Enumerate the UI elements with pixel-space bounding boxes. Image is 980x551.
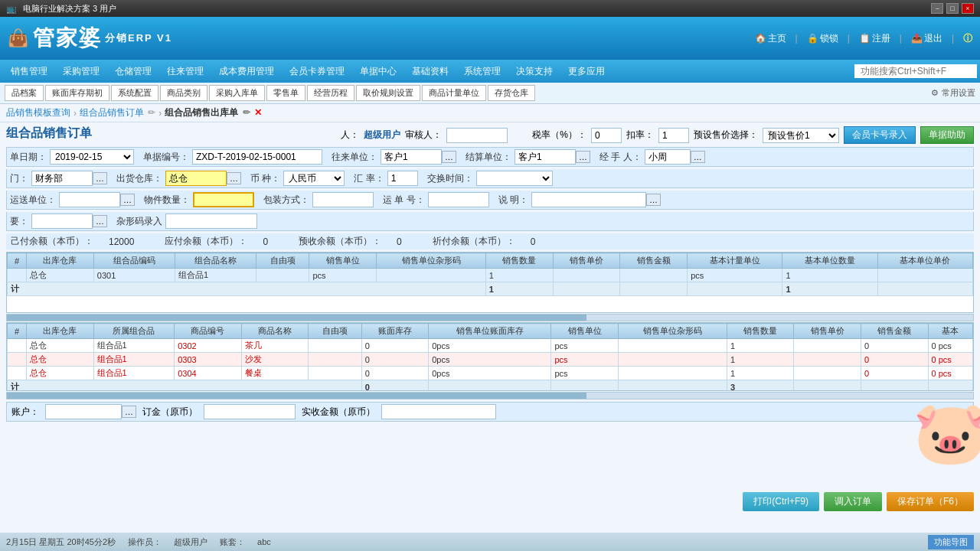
app-icon: 📺 [6,4,17,14]
to-unit-button[interactable]: … [442,151,456,163]
logout-button[interactable]: 📤 退出 [911,32,942,45]
nav-purchase[interactable]: 采购管理 [55,60,107,83]
tax-label: 税率（%）： [532,129,586,142]
home-icon: 🏠 [755,33,766,44]
help-button[interactable]: 单据助助 [920,126,974,144]
breadcrumb-item-1[interactable]: 组合品销售订单 ✏ [80,106,155,119]
nav-warehouse[interactable]: 仓储管理 [107,60,159,83]
td-total-price [553,282,620,296]
table1-scrollbar[interactable] [6,314,974,321]
lock-button[interactable]: 🔒 锁锁 [807,32,838,45]
nav-voucher[interactable]: 单据中心 [352,60,404,83]
to-unit-label: 往来单位： [332,151,377,164]
remark-button[interactable]: … [646,194,661,206]
table-row[interactable]: 总仓 组合品1 0302 茶几 0 0pcs pcs 1 0 0 pcs [8,339,973,353]
nav-cost[interactable]: 成本费用管理 [211,60,282,83]
maximize-button[interactable]: □ [946,3,959,14]
toolbar-product-archive[interactable]: 品档案 [5,85,44,101]
barcode-input[interactable] [165,214,257,229]
warehouse-button[interactable]: … [227,172,241,184]
handler-button[interactable]: … [691,151,705,163]
preset-price-select[interactable]: 预设售价1 [763,128,839,143]
toolbar-config[interactable]: 系统配置 [111,85,158,101]
warehouse-input[interactable] [165,171,227,186]
toolbar-settings[interactable]: ⚙ 常用设置 [931,87,975,99]
page-title: 组合品销售订单 [6,126,92,142]
table-row[interactable]: 总仓 0301 组合品1 pcs 1 pcs 1 [8,269,973,282]
account-input[interactable] [45,404,122,419]
to-unit-group: … [381,149,456,165]
nav-decision[interactable]: 决策支持 [508,60,560,83]
date-select[interactable]: 2019-02-15 [50,149,134,165]
nav-member[interactable]: 会员卡券管理 [282,60,352,83]
order-no-input[interactable] [192,149,322,165]
nav-sales[interactable]: 销售管理 [3,60,55,83]
package-input[interactable] [312,192,374,207]
shipping-input[interactable] [59,192,120,207]
auditor-input[interactable] [446,128,508,143]
settle-group: … [514,149,590,165]
table-row[interactable]: 总仓 组合品1 0303 沙发 0 0pcs pcs 1 0 0 pcs [8,353,973,367]
logo-icon: 👜 [8,28,30,48]
order-input[interactable] [204,404,296,419]
settle-button[interactable]: … [576,151,590,163]
toolbar-retail[interactable]: 零售单 [266,85,305,101]
handler-input[interactable] [645,149,691,165]
th2-combo: 所属组合品 [93,324,175,339]
save-order-button[interactable]: 保存订单（F6） [887,492,974,511]
tax-input[interactable] [591,128,622,143]
breadcrumb-item-0[interactable]: 品销售模板查询 [6,106,70,119]
th2-unit-stock: 销售单位账面库存 [429,324,551,339]
td-total-base-price [877,282,972,296]
discount-input[interactable] [658,128,689,143]
toolbar-unit[interactable]: 商品计量单位 [422,85,486,101]
toolbar-pricing[interactable]: 取价规则设置 [356,85,420,101]
import-order-button[interactable]: 调入订单 [824,492,882,511]
received-input[interactable] [381,404,496,419]
nav-basic[interactable]: 基础资料 [404,60,456,83]
td-base-qty: 1 [782,269,877,282]
th-combo-name: 组合品名称 [175,253,256,269]
toolbar-stock-init[interactable]: 账面库存期初 [45,85,109,101]
nav-search-input[interactable] [854,64,977,78]
settle-input[interactable] [514,149,576,165]
register-button[interactable]: 📋 注册 [859,32,890,45]
print-button[interactable]: 打印(Ctrl+F9) [743,492,819,511]
payable-label: 应付余额（本币）： [165,235,247,248]
to-unit-input[interactable] [381,149,442,165]
info-button[interactable]: ⓘ [963,32,972,45]
function-map-button[interactable]: 功能导图 [928,535,974,549]
toolbar-warehouse[interactable]: 存货仓库 [488,85,535,101]
nav-dealings[interactable]: 往来管理 [159,60,211,83]
gear-icon: ⚙ [931,88,939,98]
shipping-button[interactable]: … [120,194,135,206]
breadcrumb-close-button[interactable]: ✕ [254,107,262,118]
table-row[interactable]: 总仓 组合品1 0304 餐桌 0 0pcs pcs 1 0 0 pcs [8,367,973,380]
items-input[interactable] [193,192,254,207]
dept-button[interactable]: … [93,172,107,184]
member-card-button[interactable]: 会员卡号录入 [844,126,916,144]
toolbar-history[interactable]: 经营历程 [307,85,354,101]
items-label: 物件数量： [144,194,190,207]
nav-system[interactable]: 系统管理 [456,60,508,83]
toolbar-purchase-in[interactable]: 采购入库单 [209,85,265,101]
toolbar-category[interactable]: 商品类别 [160,85,207,101]
required-button[interactable]: … [93,215,107,227]
home-button[interactable]: 🏠 主页 [755,32,786,45]
shipping-no-input[interactable] [428,192,489,207]
th-base-unit: 基本计量单位 [688,253,782,269]
currency-select[interactable]: 人民币 [283,171,345,186]
nav-more[interactable]: 更多应用 [560,60,612,83]
table2-scrollbar[interactable] [6,392,974,399]
exchange-input[interactable] [387,171,418,186]
required-input[interactable] [31,214,93,229]
exchange-time-select[interactable] [476,171,553,186]
exchange-label: 汇 率： [354,172,384,185]
reg-icon: 📋 [859,33,871,44]
account-button[interactable]: … [122,406,136,418]
close-button[interactable]: × [962,3,974,14]
th-base-price: 基本单位单价 [877,253,972,269]
minimize-button[interactable]: － [931,3,943,14]
remark-input[interactable] [531,192,646,207]
dept-input[interactable] [31,171,93,186]
